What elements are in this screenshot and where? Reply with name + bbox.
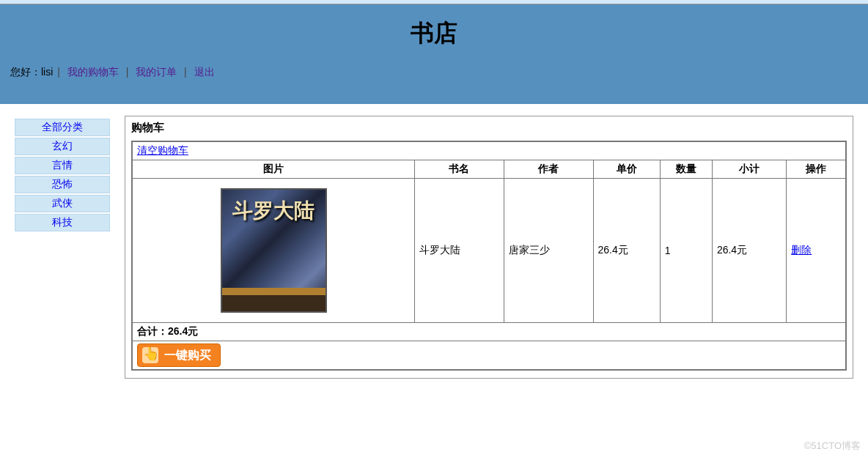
book-cover-strip (222, 295, 326, 311)
header-nav: 您好：lisi | 我的购物车 | 我的订单 | 退出 (0, 63, 868, 82)
nav-separator: | (184, 66, 190, 78)
sidebar-item-tech: 科技 (15, 214, 110, 231)
buy-cell: 一键购买 (132, 341, 846, 371)
cell-author: 唐家三少 (504, 179, 593, 323)
col-subtotal: 小计 (712, 160, 786, 179)
nav-separator: | (126, 66, 132, 78)
clear-cart-link[interactable]: 清空购物车 (137, 144, 188, 156)
sidebar-link[interactable]: 恐怖 (52, 178, 73, 190)
total-cell: 合计：26.4元 (132, 323, 846, 341)
total-label: 合计： (137, 325, 168, 337)
col-author: 作者 (504, 160, 593, 179)
cart-table: 清空购物车 图片 书名 作者 单价 数量 小计 操作 斗罗大陆 (131, 141, 847, 371)
clear-cart-cell: 清空购物车 (132, 141, 846, 160)
category-sidebar: 全部分类 玄幻 言情 恐怖 武侠 科技 (15, 116, 110, 379)
sidebar-item-horror: 恐怖 (15, 176, 110, 193)
col-image: 图片 (132, 160, 415, 179)
cell-qty: 1 (660, 179, 712, 323)
col-price: 单价 (593, 160, 660, 179)
total-row: 合计：26.4元 (132, 323, 846, 341)
cell-image: 斗罗大陆 (132, 179, 415, 323)
book-cover-strip (222, 288, 326, 295)
pointer-hand-icon (142, 347, 158, 363)
nav-link-cart[interactable]: 我的购物车 (67, 66, 119, 78)
cell-action: 删除 (787, 179, 846, 323)
sidebar-link[interactable]: 全部分类 (42, 121, 83, 133)
sidebar-link[interactable]: 玄幻 (52, 140, 73, 152)
cart-heading: 购物车 (131, 121, 847, 135)
sidebar-item-all: 全部分类 (15, 119, 110, 136)
sidebar-item-romance: 言情 (15, 157, 110, 174)
book-cover-image: 斗罗大陆 (221, 188, 327, 313)
cell-subtotal: 26.4元 (712, 179, 786, 323)
cell-name: 斗罗大陆 (415, 179, 504, 323)
username: lisi (41, 66, 53, 78)
book-cover-title: 斗罗大陆 (222, 197, 326, 225)
nav-separator: | (57, 66, 63, 78)
buy-button-label: 一键购买 (164, 348, 211, 363)
site-title: 书店 (0, 4, 868, 63)
table-row: 斗罗大陆 斗罗大陆 唐家三少 26.4元 1 26.4元 删除 (132, 179, 846, 323)
sidebar-item-fantasy: 玄幻 (15, 138, 110, 155)
sidebar-link[interactable]: 科技 (52, 216, 73, 228)
content-panel: 购物车 清空购物车 图片 书名 作者 单价 数量 小计 操作 斗罗大陆 (125, 116, 853, 379)
col-action: 操作 (787, 160, 846, 179)
one-click-buy-button[interactable]: 一键购买 (137, 343, 221, 367)
sidebar-item-wuxia: 武侠 (15, 195, 110, 212)
clear-cart-row: 清空购物车 (132, 141, 846, 160)
sidebar-link[interactable]: 武侠 (52, 197, 73, 209)
table-header-row: 图片 书名 作者 单价 数量 小计 操作 (132, 160, 846, 179)
col-qty: 数量 (660, 160, 712, 179)
main-area: 全部分类 玄幻 言情 恐怖 武侠 科技 购物车 清空购物车 图片 书名 作者 单… (0, 104, 868, 390)
header: 书店 您好：lisi | 我的购物车 | 我的订单 | 退出 (0, 4, 868, 104)
delete-link[interactable]: 删除 (791, 244, 812, 256)
cell-price: 26.4元 (593, 179, 660, 323)
col-name: 书名 (415, 160, 504, 179)
buy-row: 一键购买 (132, 341, 846, 371)
nav-link-logout[interactable]: 退出 (194, 66, 215, 78)
greeting-prefix: 您好： (10, 66, 41, 78)
total-value: 26.4元 (168, 325, 198, 337)
sidebar-link[interactable]: 言情 (52, 159, 73, 171)
nav-link-orders[interactable]: 我的订单 (136, 66, 177, 78)
